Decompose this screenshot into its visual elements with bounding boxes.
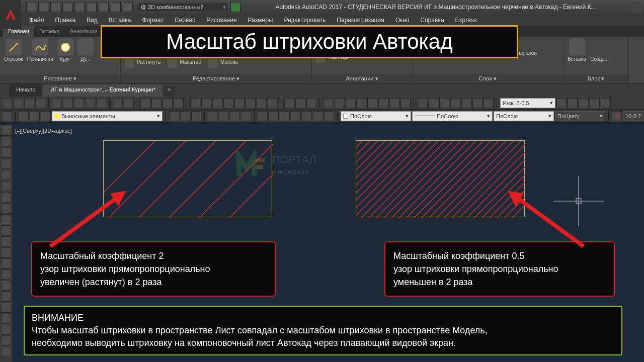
menu-tools[interactable]: Сервис [170, 15, 200, 25]
tool-create-block[interactable]: Созда... [590, 56, 609, 62]
saveas-icon[interactable] [62, 2, 72, 12]
tb2-a3[interactable] [191, 111, 201, 121]
menu-edit[interactable]: Правка [50, 15, 81, 25]
tb-ds5[interactable] [601, 98, 611, 108]
tb2-4[interactable] [41, 111, 51, 121]
tb-circ[interactable] [212, 98, 222, 108]
dimstyle-selector[interactable]: Инж. 5-0.5▾ [500, 98, 555, 108]
tb2-b4[interactable] [241, 111, 251, 121]
tb-pan[interactable] [140, 98, 150, 108]
tb-ds4[interactable] [590, 98, 600, 108]
tb2-3[interactable] [30, 111, 40, 121]
tb-zwin[interactable] [163, 98, 173, 108]
tb-zprev[interactable] [174, 98, 184, 108]
panel-modify-title[interactable]: Редактирование ▾ [121, 74, 311, 83]
visual-style-selector[interactable]: ⚙ 2D комбинированный ▾ [138, 2, 228, 12]
tool-arc[interactable]: Ду... [77, 39, 94, 62]
tb-d4[interactable] [450, 98, 460, 108]
menu-parametric[interactable]: Параметризация [332, 15, 389, 25]
tb-ds3[interactable] [579, 98, 589, 108]
tb-d7[interactable] [484, 98, 494, 108]
tb-c3[interactable] [345, 98, 355, 108]
tb-d2[interactable] [428, 98, 438, 108]
tb-4[interactable] [35, 98, 45, 108]
scale-icon[interactable] [168, 59, 177, 68]
lv-xline[interactable] [1, 137, 11, 147]
lv-21[interactable] [1, 347, 11, 357]
tb-dim3[interactable] [306, 98, 316, 108]
plot-icon[interactable] [111, 2, 121, 12]
tb2-b1[interactable] [208, 111, 218, 121]
tb2-c7[interactable] [324, 111, 334, 121]
new-tab-button[interactable]: + [164, 85, 175, 97]
tb2-c3[interactable] [280, 111, 290, 121]
tb-24[interactable] [268, 98, 278, 108]
play-icon[interactable] [230, 2, 240, 12]
lv-poly[interactable] [1, 159, 11, 169]
tb-c6[interactable] [378, 98, 388, 108]
menu-help[interactable]: Справка [416, 15, 449, 25]
tb2-c2[interactable] [269, 111, 279, 121]
tb-c5[interactable] [367, 98, 377, 108]
lv-htch[interactable] [1, 269, 11, 280]
menu-dimension[interactable]: Размеры [243, 15, 278, 25]
redo-icon[interactable] [87, 2, 97, 12]
lv-spline[interactable] [1, 203, 11, 213]
file-tab-active[interactable]: ИГ и Машиностроит...- Евгений Курицин* [43, 84, 163, 97]
lv-circ[interactable] [1, 192, 11, 202]
cloud-icon[interactable] [123, 2, 133, 12]
lv-pline[interactable] [1, 148, 11, 158]
lv-ins[interactable] [1, 236, 11, 246]
tb-pline[interactable] [201, 98, 211, 108]
tb-open[interactable] [13, 98, 23, 108]
lv-line[interactable] [1, 126, 11, 136]
lv-rect[interactable] [1, 170, 11, 180]
menu-insert[interactable]: Вставка [104, 15, 136, 25]
tb-undo[interactable] [113, 98, 123, 108]
lineweight-selector[interactable]: ПоСлою▾ [494, 111, 554, 121]
tb-cut[interactable] [52, 98, 62, 108]
tb-paste[interactable] [74, 98, 84, 108]
tb-d6[interactable] [472, 98, 482, 108]
tb-ds2[interactable] [568, 98, 578, 108]
tb-9[interactable] [96, 98, 106, 108]
tab-annotate[interactable]: Аннотации [65, 26, 103, 37]
tb-new[interactable] [2, 98, 12, 108]
tb-c4[interactable] [356, 98, 366, 108]
tb2-2[interactable] [19, 111, 29, 121]
menu-draw[interactable]: Рисование [201, 15, 242, 25]
tb-23[interactable] [257, 98, 267, 108]
tb-ds1[interactable] [556, 98, 567, 108]
tb-save[interactable] [24, 98, 34, 108]
print-icon[interactable] [99, 2, 109, 12]
tb2-a1[interactable] [169, 111, 179, 121]
viewport-label[interactable]: [–][Сверху][2D-каркас] [15, 128, 72, 134]
tb2-b3[interactable] [230, 111, 240, 121]
stretch-icon[interactable] [125, 59, 134, 68]
lv-mk[interactable] [1, 247, 11, 257]
panel-draw-title[interactable]: Рисование ▾ [0, 74, 120, 83]
file-tab-start[interactable]: Начало [9, 84, 42, 97]
tb-dim1[interactable] [284, 98, 294, 108]
panel-block-title[interactable]: Блок ▾ [564, 74, 628, 83]
tb-d3[interactable] [439, 98, 449, 108]
menu-modify[interactable]: Редактировать [279, 15, 331, 25]
tb-c1[interactable] [323, 98, 333, 108]
menu-window[interactable]: Окно [390, 15, 415, 25]
linetype-selector[interactable]: ПоСлою▾ [412, 111, 493, 121]
tb-hatch[interactable] [246, 98, 256, 108]
tb-rect[interactable] [234, 98, 245, 108]
lv-reg[interactable] [1, 292, 11, 302]
tb2-a2[interactable] [180, 111, 190, 121]
plotstyle-selector[interactable]: ПоЦвету▾ [555, 111, 605, 121]
tool-circle[interactable]: Круг [57, 39, 73, 62]
tool-line[interactable]: Отрезок [4, 39, 23, 62]
panel-annotate-title[interactable]: Аннотации ▾ [312, 74, 412, 83]
tb-zoom[interactable] [151, 98, 162, 108]
tb2-c4[interactable] [291, 111, 301, 121]
tb2-c5[interactable] [302, 111, 312, 121]
app-menu-button[interactable] [0, 0, 21, 29]
layer-selector[interactable]: Выносные элементы▾ [52, 111, 163, 121]
panel-layers-title[interactable]: Слои ▾ [413, 74, 563, 83]
text-scale[interactable]: 10-0.7 [623, 111, 644, 121]
